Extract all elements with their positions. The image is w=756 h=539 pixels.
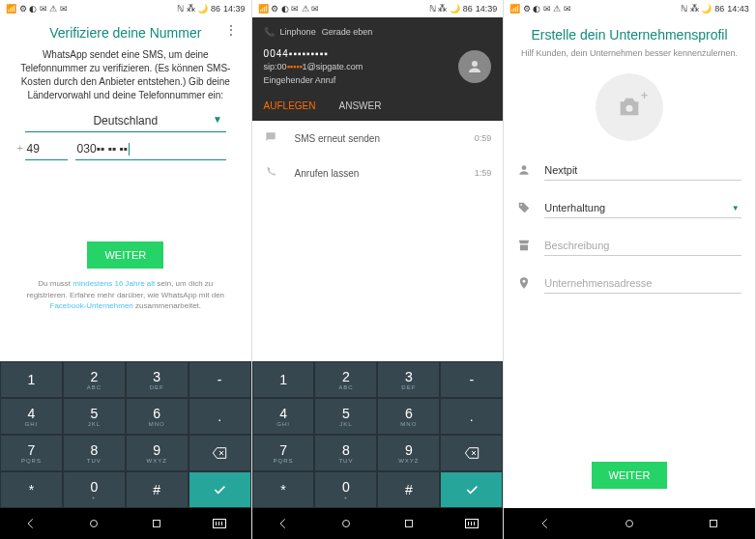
svg-point-2 [472, 61, 478, 67]
key-check[interactable] [189, 471, 251, 508]
screen-verify-number: 📶 ⚙ ◐ ✉ ⚠ ✉ ℕ ⁂ 🌙 86 14:39 Verifiziere d… [0, 0, 252, 539]
plus-icon: + [641, 89, 648, 102]
description: WhatsApp sendet eine SMS, um deine Telef… [14, 48, 238, 102]
nav-home-icon[interactable] [339, 517, 353, 530]
key-2[interactable]: 2ABC [314, 361, 377, 398]
key-#[interactable]: # [377, 471, 440, 508]
svg-point-7 [520, 204, 522, 206]
key-5[interactable]: 5JKL [314, 398, 377, 435]
key-7[interactable]: 7PQRS [0, 435, 63, 471]
key-9[interactable]: 9WXYZ [126, 435, 189, 471]
status-bar: 📶 ⚙ ◐ ✉ ⚠ ✉ ℕ ⁂ 🌙 86 14:43 [504, 0, 755, 17]
phone-number-input[interactable]: 030▪▪ ▪▪ ▪▪ [75, 138, 226, 160]
sms-icon [264, 130, 285, 146]
svg-rect-1 [154, 521, 160, 527]
nav-recent-icon[interactable] [150, 517, 163, 530]
country-code-input[interactable]: 49 [25, 138, 68, 160]
svg-point-5 [625, 105, 632, 112]
nav-back-icon[interactable] [276, 517, 290, 530]
svg-rect-4 [405, 521, 412, 527]
key-back[interactable] [440, 435, 503, 471]
phone-icon: 📞 [264, 27, 275, 37]
nav-keyboard-icon[interactable] [465, 519, 479, 528]
next-button[interactable]: WEITER [87, 241, 163, 269]
app-name: Linphone [280, 27, 316, 37]
status-bar: 📶 ⚙ ◐ ✉ ⚠ ✉ ℕ ⁂ 🌙 86 14:39 [0, 0, 251, 17]
key-0[interactable]: 0+ [63, 471, 126, 508]
numeric-keyboard: 12ABC3DEF-4GHI5JKL6MNO.7PQRS8TUV9WXYZ*0+… [252, 361, 504, 508]
caller-number: 0044▪▪▪▪▪▪▪▪▪ [264, 46, 363, 61]
key-8[interactable]: 8TUV [63, 435, 126, 471]
more-icon[interactable]: ⋮ [224, 25, 238, 35]
call-status: Eingehender Anruf [264, 74, 363, 88]
facebook-link[interactable]: Facebook-Unternehmen [50, 301, 133, 310]
nav-back-icon[interactable] [24, 517, 38, 530]
key-1[interactable]: 1 [0, 361, 63, 398]
key-9[interactable]: 9WXYZ [377, 435, 440, 471]
call-notification: 📞 Linphone Gerade eben 0044▪▪▪▪▪▪▪▪▪ sip… [252, 17, 504, 121]
location-icon [517, 276, 533, 294]
legal-text: Du musst mindestens 16 Jahre alt sein, u… [14, 278, 238, 311]
business-name-input[interactable] [544, 160, 741, 181]
add-photo-button[interactable]: + [596, 73, 663, 141]
call-icon [264, 165, 285, 181]
key-2[interactable]: 2ABC [63, 361, 126, 398]
person-icon [517, 163, 533, 181]
address-input[interactable] [544, 273, 741, 294]
svg-point-0 [91, 521, 98, 527]
key-5[interactable]: 5JKL [63, 398, 126, 435]
key--[interactable]: - [189, 361, 251, 398]
retry-list: SMS erneut senden 0:59 Anrufen lassen 1:… [252, 121, 504, 361]
svg-point-9 [625, 521, 632, 527]
subtitle: Hilf Kunden, dein Unternehmen besser ken… [517, 48, 741, 58]
key-7[interactable]: 7PQRS [252, 435, 315, 471]
sip-address: sip:00▪▪▪▪▪1@sipgate.com [264, 61, 363, 74]
category-select[interactable] [544, 198, 741, 218]
key-check[interactable] [440, 471, 503, 508]
status-bar: 📶 ⚙ ◐ ✉ ⚠ ✉ ℕ ⁂ 🌙 86 14:39 [252, 0, 504, 17]
nav-recent-icon[interactable] [402, 517, 416, 530]
svg-rect-10 [710, 521, 716, 527]
key-6[interactable]: 6MNO [126, 398, 189, 435]
key-#[interactable]: # [126, 471, 189, 508]
nav-keyboard-icon[interactable] [213, 519, 226, 528]
screen-incoming-call: 📶 ⚙ ◐ ✉ ⚠ ✉ ℕ ⁂ 🌙 86 14:39 📞 Linphone Ge… [252, 0, 505, 539]
key-back[interactable] [189, 435, 251, 471]
key-8[interactable]: 8TUV [314, 435, 377, 471]
next-button[interactable]: WEITER [592, 462, 668, 489]
store-icon [517, 239, 533, 256]
key--[interactable]: - [440, 361, 503, 398]
key-4[interactable]: 4GHI [252, 398, 315, 435]
chevron-down-icon: ▼ [213, 114, 222, 125]
key-0[interactable]: 0+ [314, 471, 377, 508]
tag-icon [517, 201, 533, 218]
age-link[interactable]: mindestens 16 Jahre alt [73, 279, 155, 288]
nav-home-icon[interactable] [623, 517, 636, 530]
android-navbar [504, 508, 755, 539]
numeric-keyboard: 12ABC3DEF-4GHI5JKL6MNO.7PQRS8TUV9WXYZ*0+… [0, 361, 251, 508]
screen-business-profile: 📶 ⚙ ◐ ✉ ⚠ ✉ ℕ ⁂ 🌙 86 14:43 Erstelle dein… [504, 0, 756, 539]
android-navbar [0, 508, 251, 539]
nav-recent-icon[interactable] [707, 517, 720, 530]
answer-button[interactable]: ANSWER [339, 100, 382, 111]
nav-home-icon[interactable] [87, 517, 101, 530]
country-select[interactable]: Deutschland ▼ [25, 110, 226, 132]
svg-point-8 [523, 280, 526, 283]
page-title: Verifiziere deine Nummer [49, 25, 201, 41]
nav-back-icon[interactable] [538, 517, 552, 530]
key-.[interactable]: . [440, 398, 503, 435]
key-1[interactable]: 1 [252, 361, 315, 398]
android-navbar [252, 508, 504, 539]
key-6[interactable]: 6MNO [377, 398, 440, 435]
key-3[interactable]: 3DEF [126, 361, 189, 398]
key-.[interactable]: . [189, 398, 251, 435]
description-input[interactable] [544, 236, 741, 256]
key-3[interactable]: 3DEF [377, 361, 440, 398]
list-item[interactable]: Anrufen lassen 1:59 [252, 156, 504, 190]
hangup-button[interactable]: AUFLEGEN [264, 100, 316, 111]
list-item[interactable]: SMS erneut senden 0:59 [252, 121, 504, 156]
key-*[interactable]: * [252, 471, 315, 508]
key-*[interactable]: * [0, 471, 63, 508]
key-4[interactable]: 4GHI [0, 398, 63, 435]
avatar [458, 50, 491, 83]
